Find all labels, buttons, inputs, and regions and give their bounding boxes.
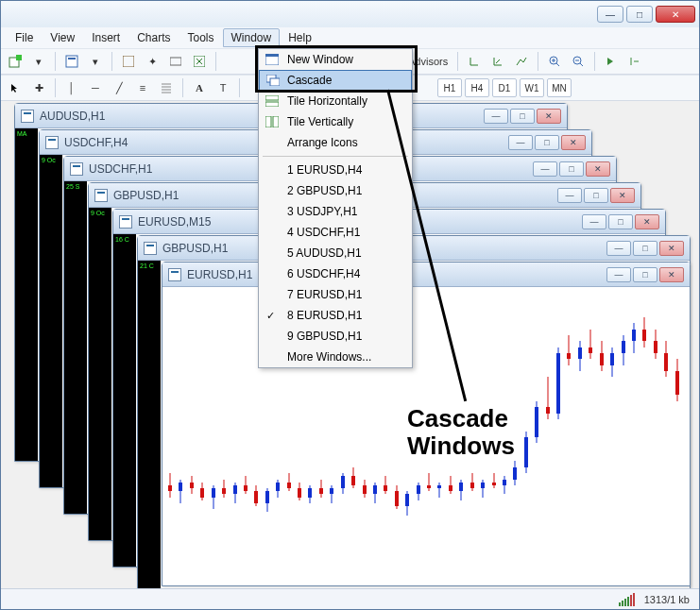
- menu-new-window[interactable]: New Window: [259, 49, 412, 70]
- chart-maximize-button[interactable]: □: [584, 188, 608, 203]
- svg-rect-1: [16, 55, 22, 60]
- profiles-icon[interactable]: [61, 51, 82, 72]
- indicator3-icon[interactable]: [511, 51, 532, 72]
- chart-close-button[interactable]: ✕: [659, 241, 684, 256]
- timeframe-d1[interactable]: D1: [492, 78, 517, 97]
- chart-close-button[interactable]: ✕: [537, 109, 561, 124]
- chart-doc-icon: [144, 242, 157, 255]
- menu-charts[interactable]: Charts: [128, 28, 179, 47]
- dropdown-arrow-icon[interactable]: ▾: [85, 51, 106, 72]
- maximize-button[interactable]: □: [626, 6, 653, 23]
- chart-maximize-button[interactable]: □: [559, 161, 584, 177]
- menu-window[interactable]: Window: [223, 28, 281, 47]
- menu-arrange-icons[interactable]: Arrange Icons: [259, 132, 412, 153]
- chart-close-button[interactable]: ✕: [635, 214, 659, 229]
- terminal-icon[interactable]: [165, 51, 186, 72]
- chart-close-button[interactable]: ✕: [586, 161, 610, 177]
- market-watch-icon[interactable]: [118, 51, 139, 72]
- chart-close-button[interactable]: ✕: [561, 135, 586, 150]
- menu-insert[interactable]: Insert: [83, 28, 128, 47]
- dropdown-arrow-icon[interactable]: ▾: [28, 51, 49, 72]
- vertical-line-icon[interactable]: │: [61, 77, 82, 98]
- channel-icon[interactable]: ≡: [132, 77, 153, 98]
- chart-close-button[interactable]: ✕: [659, 267, 684, 282]
- menu-label: 4 USDCHF,H1: [287, 226, 360, 239]
- chart-title-text: GBPUSD,H1: [113, 189, 179, 202]
- chart-minimize-button[interactable]: —: [508, 135, 533, 150]
- chart-minimize-button[interactable]: —: [606, 267, 631, 282]
- chart-title-text: EURUSD,M15: [138, 215, 211, 229]
- menu-label: 6 USDCHF,H4: [287, 267, 360, 280]
- window-icon: [265, 52, 280, 67]
- menu-label: 2 GBPUSD,H1: [287, 184, 362, 197]
- chart-minimize-button[interactable]: —: [533, 161, 557, 177]
- menu-window-item[interactable]: 1 EURUSD,H4: [259, 160, 412, 180]
- menu-window-item[interactable]: 6 USDCHF,H4: [259, 263, 412, 284]
- menu-help[interactable]: Help: [280, 28, 320, 47]
- tile-v-icon: [265, 114, 280, 129]
- menu-cascade[interactable]: Cascade: [259, 70, 412, 91]
- menu-view[interactable]: View: [42, 28, 83, 47]
- menu-label: 5 AUDUSD,H1: [287, 246, 362, 260]
- timeframe-h4[interactable]: H4: [465, 78, 489, 97]
- timeframe-h1[interactable]: H1: [437, 78, 462, 97]
- close-button[interactable]: ✕: [656, 6, 695, 23]
- text-label-icon[interactable]: T: [213, 77, 233, 98]
- menu-window-item[interactable]: 9 GBPUSD,H1: [259, 326, 412, 347]
- chart-title-text: EURUSD,H1: [187, 268, 252, 281]
- chart-maximize-button[interactable]: □: [633, 241, 657, 256]
- svg-rect-16: [273, 116, 279, 127]
- indicator1-icon[interactable]: [464, 51, 485, 72]
- chart-title-text: USDCHF,H4: [64, 136, 128, 149]
- svg-rect-12: [270, 78, 280, 86]
- chart-minimize-button[interactable]: —: [582, 214, 606, 229]
- chart-minimize-button[interactable]: —: [557, 188, 582, 203]
- menu-window-item[interactable]: 3 USDJPY,H1: [259, 201, 412, 222]
- zoom-in-icon[interactable]: [544, 51, 565, 72]
- autoscroll-icon[interactable]: [601, 51, 622, 72]
- chart-maximize-button[interactable]: □: [633, 267, 657, 282]
- menu-window-item[interactable]: 2 GBPUSD,H1: [259, 180, 412, 201]
- check-icon: ✓: [266, 310, 275, 322]
- horizontal-line-icon[interactable]: ─: [85, 77, 106, 98]
- chart-minimize-button[interactable]: —: [484, 109, 508, 124]
- crosshair-icon[interactable]: ✚: [28, 77, 49, 98]
- menu-tile-vertically[interactable]: Tile Vertically: [259, 111, 412, 132]
- chart-title-bar[interactable]: EURUSD,H1 — □ ✕: [162, 263, 690, 287]
- menu-window-item[interactable]: 4 USDCHF,H1: [259, 222, 412, 243]
- timeframe-mn[interactable]: MN: [547, 78, 572, 97]
- new-chart-icon[interactable]: [5, 51, 26, 72]
- timeframe-w1[interactable]: W1: [520, 78, 544, 97]
- menu-label: 7 EURUSD,H1: [287, 288, 362, 301]
- menu-more-windows[interactable]: More Windows...: [259, 347, 412, 367]
- zoom-out-icon[interactable]: [568, 51, 589, 72]
- connection-bars-icon: [619, 593, 635, 606]
- chart-maximize-button[interactable]: □: [608, 214, 633, 229]
- menu-label: Tile Vertically: [287, 115, 353, 128]
- menu-window-item[interactable]: ✓8 EURUSD,H1: [259, 305, 412, 326]
- chart-maximize-button[interactable]: □: [510, 109, 535, 124]
- menu-window-item[interactable]: 5 AUDUSD,H1: [259, 243, 412, 263]
- svg-rect-13: [265, 95, 279, 100]
- text-icon[interactable]: A: [189, 77, 210, 98]
- menu-label: 3 USDJPY,H1: [287, 205, 357, 218]
- annotation-text: Cascade Windows: [407, 405, 515, 459]
- chart-shift-icon[interactable]: [624, 51, 645, 72]
- menu-tools[interactable]: Tools: [179, 28, 223, 47]
- chart-minimize-button[interactable]: —: [606, 241, 631, 256]
- chart-title-bar[interactable]: GBPUSD,H1 — □ ✕: [138, 236, 690, 261]
- menu-window-item[interactable]: 7 EURUSD,H1: [259, 284, 412, 305]
- minimize-button[interactable]: —: [597, 6, 623, 23]
- chart-maximize-button[interactable]: □: [535, 135, 559, 150]
- cursor-icon[interactable]: [5, 77, 26, 98]
- annotation-line2: Windows: [407, 432, 515, 460]
- svg-rect-10: [265, 54, 279, 57]
- indicator2-icon[interactable]: [487, 51, 508, 72]
- fibonacci-icon[interactable]: [156, 77, 177, 98]
- strategy-tester-icon[interactable]: [189, 51, 210, 72]
- chart-doc-icon: [21, 110, 34, 123]
- trendline-icon[interactable]: ╱: [109, 77, 129, 98]
- menu-file[interactable]: File: [7, 28, 42, 47]
- navigator-icon[interactable]: ✦: [142, 51, 162, 72]
- chart-close-button[interactable]: ✕: [610, 188, 635, 203]
